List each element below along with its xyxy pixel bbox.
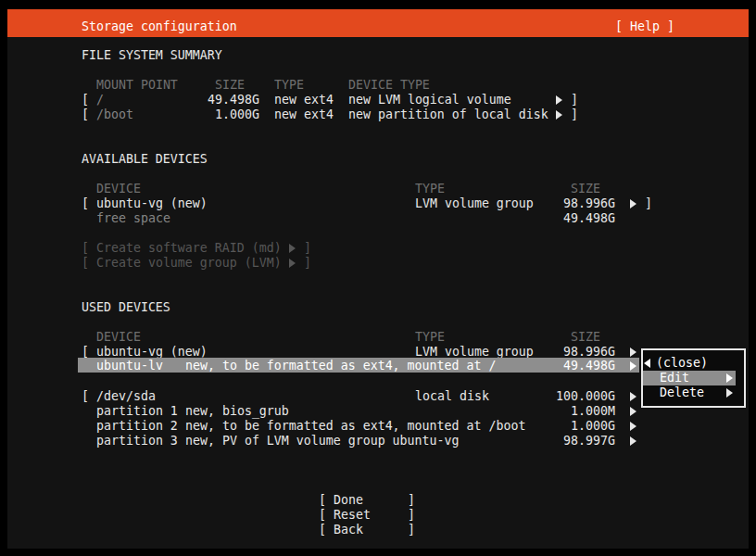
used-row-partition-2[interactable]: partition 2 new, to be formatted as ext4… [0, 419, 756, 434]
reset-button-label: Reset [334, 508, 371, 523]
action-label: Create software RAID (md) [96, 241, 282, 256]
mount-point: / [96, 93, 104, 107]
expand-arrow-icon [630, 436, 636, 446]
size-cell: 100.000G [541, 389, 615, 404]
fs-row-root[interactable]: [ / 49.498G new ext4 new LVM logical vol… [0, 93, 756, 107]
help-button-label: Help [630, 19, 660, 34]
bracket-open: [ [82, 196, 89, 211]
bracket-open: [ [615, 19, 623, 34]
size-cell: 98.996G [541, 196, 615, 211]
size-cell: 49.498G [541, 359, 615, 373]
size-cell: 49.498G [541, 211, 615, 226]
bracket-close: ] [408, 508, 415, 523]
size-cell: 1.000G [185, 107, 259, 122]
page-title: Storage configuration [82, 19, 237, 34]
menu-item-label: Delete [660, 385, 704, 400]
size-cell: 1.000G [541, 419, 615, 434]
type-cell: new ext4 [274, 107, 334, 122]
back-button[interactable]: [ Back ] [319, 523, 415, 537]
fs-row-boot[interactable]: [ /boot 1.000G new ext4 new partition of… [0, 107, 756, 122]
used-header-row: DEVICE TYPE SIZE [0, 330, 756, 345]
used-row-partition-3[interactable]: partition 3 new, PV of LVM volume group … [0, 434, 756, 449]
free-space-label: free space [96, 211, 170, 226]
size-cell: 49.498G [185, 93, 259, 107]
available-header-row: DEVICE TYPE SIZE [0, 182, 756, 196]
help-button[interactable]: [ Help ] [615, 19, 674, 34]
column-header-device: DEVICE [96, 330, 141, 345]
column-header-mount-point: MOUNT POINT [96, 78, 178, 93]
section-title-used-devices: USED DEVICES [82, 300, 170, 315]
expand-arrow-icon [289, 259, 296, 268]
close-arrow-icon [644, 359, 650, 368]
back-button-label: Back [334, 523, 363, 537]
done-button-label: Done [334, 493, 363, 508]
size-cell: 1.000M [541, 404, 615, 419]
mount-point: /boot [96, 107, 133, 122]
device-cell: ubuntu-lv [96, 359, 163, 373]
column-header-device-type: DEVICE TYPE [348, 78, 430, 93]
action-create-raid: [ Create software RAID (md) ] [0, 241, 756, 256]
bracket-open: [ [82, 256, 89, 271]
reset-button[interactable]: [ Reset ] [319, 508, 415, 523]
column-header-size: SIZE [215, 78, 245, 93]
action-create-lvm: [ Create volume group (LVM) ] [0, 256, 756, 271]
fs-summary-header-row: MOUNT POINT SIZE TYPE DEVICE TYPE [0, 78, 756, 93]
bracket-close: ] [645, 196, 652, 211]
bracket-open: [ [319, 508, 326, 523]
bracket-close: ] [667, 19, 674, 34]
column-header-device: DEVICE [96, 182, 141, 196]
description-cell: new, to be formatted as ext4, mounted at… [185, 359, 496, 373]
bracket-close: ] [571, 107, 578, 122]
expand-arrow-icon [630, 361, 636, 371]
available-row-ubuntu-vg[interactable]: [ ubuntu-vg (new) LVM volume group 98.99… [0, 196, 756, 211]
type-cell: LVM volume group [415, 196, 534, 211]
bracket-open: [ [82, 389, 89, 404]
installer-window: Storage configuration [ Help ] FILE SYST… [0, 0, 756, 556]
expand-arrow-icon [630, 392, 636, 401]
expand-arrow-icon [630, 422, 636, 431]
available-row-free-space[interactable]: free space 49.498G [0, 211, 756, 226]
type-cell: local disk [415, 389, 489, 404]
expand-arrow-icon [630, 407, 636, 416]
bracket-open: [ [82, 241, 89, 256]
column-header-type: TYPE [415, 330, 445, 345]
column-header-type: TYPE [274, 78, 304, 93]
bracket-open: [ [82, 93, 89, 107]
column-header-size: SIZE [571, 330, 600, 345]
bracket-open: [ [82, 107, 89, 122]
description-cell: new, to be formatted as ext4, mounted at… [185, 419, 525, 434]
expand-arrow-icon [556, 110, 562, 120]
bracket-close: ] [304, 241, 311, 256]
submenu-arrow-icon [726, 388, 733, 398]
bracket-open: [ [319, 523, 326, 537]
description-cell: new, bios_grub [185, 404, 289, 419]
device-cell: partition 2 [96, 419, 178, 434]
device-cell: /dev/sda [96, 389, 156, 404]
type-cell: new ext4 [274, 93, 334, 107]
column-header-type: TYPE [415, 182, 445, 196]
done-button[interactable]: [ Done ] [319, 493, 415, 508]
device-type-cell: new partition of local disk [348, 107, 548, 122]
size-cell: 98.997G [541, 434, 615, 449]
expand-arrow-icon [630, 199, 636, 208]
device-cell: partition 3 [96, 434, 178, 449]
device-type-cell: new LVM logical volume [348, 93, 511, 107]
expand-arrow-icon [289, 244, 296, 253]
submenu-arrow-icon [726, 373, 733, 383]
expand-arrow-icon [630, 348, 636, 357]
column-header-size: SIZE [571, 182, 600, 196]
device-cell: partition 1 [96, 404, 178, 419]
bracket-close: ] [408, 493, 415, 508]
menu-item-delete[interactable]: Delete [643, 385, 736, 400]
menu-item-label: Edit [660, 371, 689, 385]
section-title-available-devices: AVAILABLE DEVICES [82, 152, 208, 167]
menu-item-edit[interactable]: Edit [643, 371, 736, 385]
bracket-close: ] [571, 93, 578, 107]
action-label: Create volume group (LVM) [96, 256, 282, 271]
bracket-close: ] [408, 523, 415, 537]
bracket-close: ] [304, 256, 311, 271]
expand-arrow-icon [556, 95, 562, 105]
bracket-open: [ [319, 493, 326, 508]
menu-item-close[interactable]: (close) [643, 356, 736, 371]
menu-item-label: (close) [656, 356, 708, 371]
